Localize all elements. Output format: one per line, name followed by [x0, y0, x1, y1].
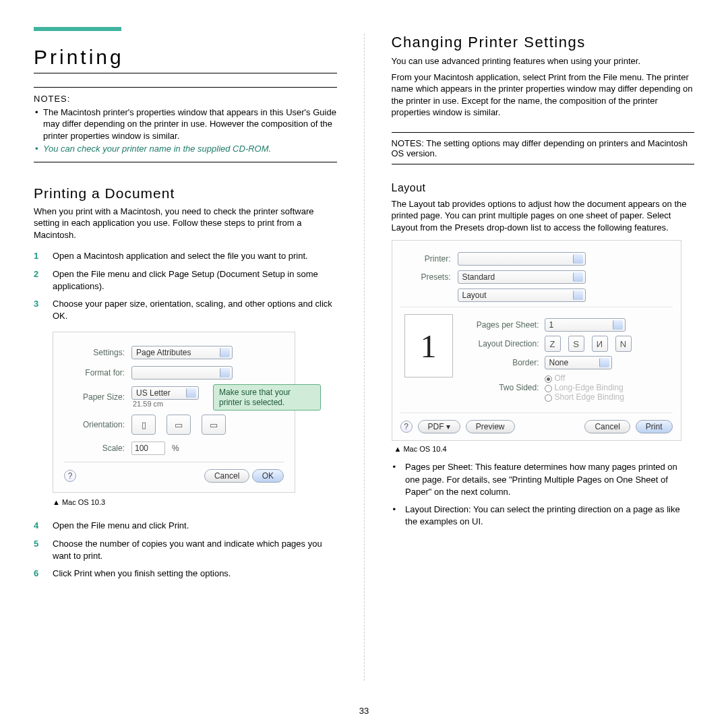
section-select[interactable]: Layout: [458, 289, 586, 302]
twosided-long: Long-Edge Binding: [545, 383, 624, 392]
layout-body: The Layout tab provides options to adjus…: [392, 198, 695, 234]
cancel-button[interactable]: Cancel: [204, 469, 249, 483]
formatfor-select[interactable]: [131, 366, 233, 380]
pps-select[interactable]: 1: [545, 318, 626, 332]
layout-dir-1-icon[interactable]: Z: [545, 336, 561, 352]
caption-mac-103: ▲ Mac OS 10.3: [53, 498, 337, 506]
feature-dir: Layout Direction: You can select the pri…: [392, 504, 695, 528]
orientation-portrait-button[interactable]: ▯: [131, 415, 156, 435]
orientation-landscape-button[interactable]: ▭: [166, 415, 191, 435]
page-setup-panel: Settings: Page Attributes Format for: Pa…: [53, 332, 295, 493]
feature-list: Pages per Sheet: This feature determines…: [392, 461, 695, 528]
right-title: Changing Printer Settings: [392, 34, 695, 51]
dir-label: Layout Direction:: [465, 339, 539, 348]
papersize-label: Paper Size:: [64, 392, 125, 402]
presets-label: Presets:: [400, 272, 451, 282]
orientation-label: Orientation:: [64, 420, 125, 429]
scale-label: Scale:: [64, 444, 125, 453]
steps-list-2: 4Open the File menu and click Print. 5Ch…: [34, 520, 337, 580]
papersize-sub: 21.59 cm: [133, 400, 199, 408]
right-p1: You can use advanced printing features w…: [392, 55, 695, 67]
ok-button[interactable]: OK: [252, 469, 284, 483]
notes-label: NOTES:: [34, 93, 337, 105]
printer-label: Printer:: [400, 254, 451, 264]
papersize-select[interactable]: US Letter: [131, 386, 199, 400]
layout-preview: 1: [404, 314, 453, 377]
presets-select[interactable]: Standard: [458, 270, 586, 284]
step-1: 1Open a Macintosh application and select…: [34, 250, 337, 262]
steps-list: 1Open a Macintosh application and select…: [34, 250, 337, 322]
printer-select[interactable]: [458, 252, 586, 266]
section-intro: When you print with a Macintosh, you nee…: [34, 206, 337, 241]
accent-bar: [34, 27, 121, 31]
notes-box-2: NOTES: The setting options may differ de…: [392, 132, 695, 164]
printer-selected-callout: Make sure that your printer is selected.: [213, 384, 321, 411]
left-column: Printing NOTES: The Macintosh printer's …: [34, 27, 337, 708]
print-button[interactable]: Print: [636, 420, 673, 433]
help-icon-2[interactable]: ?: [400, 421, 413, 433]
step-2: 2Open the File menu and click Page Setup…: [34, 268, 337, 293]
feature-pps: Pages per Sheet: This feature determines…: [392, 461, 695, 498]
layout-panel: Printer: Presets: Standard Layout 1 Page…: [392, 240, 681, 441]
step-4: 4Open the File menu and click Print.: [34, 520, 337, 532]
page-root: Printing NOTES: The Macintosh printer's …: [0, 0, 728, 728]
twosided-off: Off: [545, 373, 624, 383]
twosided-label: Two Sided:: [465, 383, 539, 392]
pps-label: Pages per Sheet:: [465, 320, 539, 330]
settings-label: Settings:: [64, 348, 125, 357]
main-title: Printing: [34, 46, 337, 73]
section-heading: Printing a Document: [34, 185, 337, 202]
border-label: Border:: [465, 358, 539, 367]
scale-input[interactable]: [131, 442, 165, 455]
layout-dir-3-icon[interactable]: И: [592, 336, 608, 352]
step-3: 3Choose your paper size, orientation, sc…: [34, 298, 337, 322]
layout-heading: Layout: [392, 182, 695, 194]
help-icon[interactable]: ?: [64, 470, 76, 482]
step-5: 5Choose the number of copies you want an…: [34, 538, 337, 562]
settings-select[interactable]: Page Attributes: [131, 346, 233, 359]
layout-dir-2-icon[interactable]: S: [568, 336, 584, 352]
preview-button[interactable]: Preview: [466, 420, 515, 433]
notes-block: NOTES: The Macintosh printer's propertie…: [34, 87, 337, 162]
column-divider: [364, 34, 365, 681]
notes-item-1: The Macintosh printer's properties windo…: [34, 107, 337, 142]
pdf-button[interactable]: PDF ▾: [418, 420, 460, 433]
border-select[interactable]: None: [545, 356, 612, 369]
scale-unit: %: [172, 444, 179, 453]
caption-mac-104: ▲ Mac OS 10.4: [394, 445, 695, 453]
notes-item-2: You can check your printer name in the s…: [34, 143, 337, 155]
orientation-reverse-button[interactable]: ▭: [202, 415, 226, 435]
twosided-short: Short Edge Binding: [545, 392, 624, 402]
page-number: 33: [0, 706, 728, 716]
layout-dir-4-icon[interactable]: N: [615, 336, 632, 352]
step-6: 6Click Print when you finish setting the…: [34, 568, 337, 580]
right-column: Changing Printer Settings You can use ad…: [392, 27, 695, 708]
cancel-button-2[interactable]: Cancel: [584, 420, 630, 433]
right-p2: From your Macintosh application, select …: [392, 71, 695, 119]
formatfor-label: Format for:: [64, 368, 125, 377]
